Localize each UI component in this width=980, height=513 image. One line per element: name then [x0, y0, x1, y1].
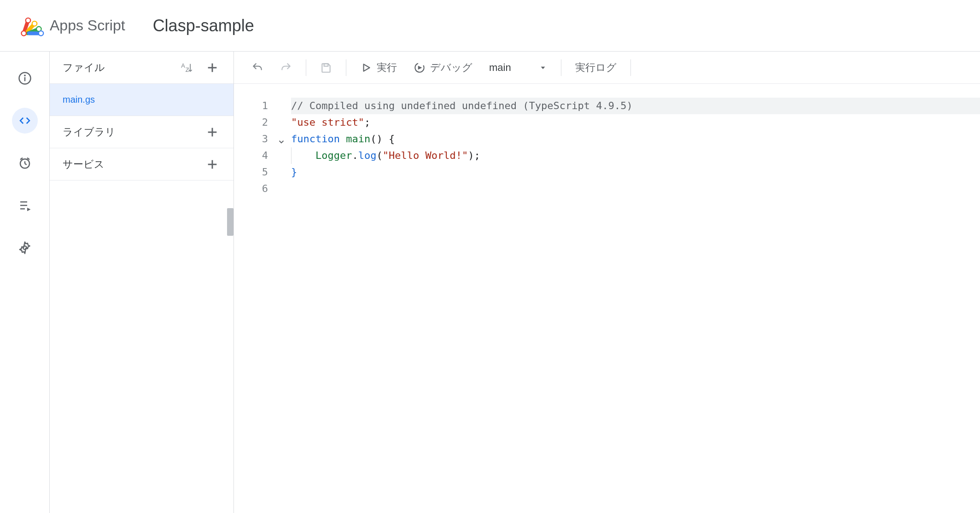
- add-service-button[interactable]: [204, 156, 221, 173]
- project-name[interactable]: Clasp-sample: [153, 16, 254, 35]
- nav-overview[interactable]: [12, 65, 38, 91]
- nav-settings[interactable]: [12, 235, 38, 261]
- svg-marker-29: [418, 65, 422, 70]
- line-number: 6: [234, 181, 275, 197]
- code-line: function main() {: [291, 131, 980, 147]
- sort-button[interactable]: AZ: [178, 59, 195, 76]
- files-section-header: ファイル AZ: [50, 52, 233, 84]
- editor-toolbar: 実行 デバッグ main 実行ログ: [234, 52, 980, 84]
- divider: [306, 59, 306, 76]
- apps-script-logo-icon: [18, 13, 44, 39]
- editor-area: 実行 デバッグ main 実行ログ 1 2 3 4: [234, 52, 980, 513]
- logo-area[interactable]: Apps Script: [18, 13, 125, 39]
- scrollbar-thumb[interactable]: [227, 208, 233, 236]
- nav-rail: [0, 52, 50, 513]
- save-button[interactable]: [314, 58, 338, 77]
- product-name: Apps Script: [50, 17, 125, 34]
- nav-executions[interactable]: [12, 192, 38, 218]
- fold-toggle[interactable]: [277, 134, 286, 151]
- info-icon: [18, 71, 32, 85]
- file-panel: ファイル AZ main.gs ライブラリ サービス: [50, 52, 234, 513]
- line-number: 4: [234, 147, 275, 164]
- add-file-button[interactable]: [204, 59, 221, 76]
- execution-log-button[interactable]: 実行ログ: [569, 57, 623, 78]
- log-label: 実行ログ: [575, 61, 617, 75]
- debug-label: デバッグ: [430, 61, 472, 75]
- svg-marker-30: [541, 66, 545, 69]
- nav-triggers[interactable]: [12, 150, 38, 176]
- svg-point-0: [21, 31, 26, 36]
- code-line: Logger.log("Hello World!");: [291, 147, 980, 164]
- function-selected: main: [489, 62, 511, 74]
- run-button[interactable]: 実行: [354, 57, 403, 78]
- plus-icon: [206, 61, 219, 74]
- code-icon: [18, 114, 32, 128]
- redo-button[interactable]: [274, 58, 298, 77]
- sort-az-icon: AZ: [180, 61, 193, 74]
- main-area: ファイル AZ main.gs ライブラリ サービス: [0, 52, 980, 513]
- divider: [561, 59, 561, 76]
- svg-point-1: [26, 18, 31, 23]
- file-name: main.gs: [63, 94, 95, 105]
- files-label: ファイル: [63, 61, 105, 75]
- code-line: }: [291, 164, 980, 181]
- divider: [346, 59, 346, 76]
- services-label: サービス: [63, 157, 105, 171]
- run-label: 実行: [377, 61, 397, 75]
- plus-icon: [206, 158, 219, 171]
- svg-marker-16: [27, 208, 31, 211]
- save-icon: [320, 62, 332, 74]
- debug-icon: [414, 62, 426, 74]
- play-icon: [360, 62, 372, 74]
- divider: [630, 59, 631, 76]
- code-line: "use strict";: [291, 114, 980, 131]
- code-line: [291, 181, 980, 197]
- redo-icon: [280, 62, 292, 74]
- line-number: 1: [234, 98, 275, 114]
- svg-point-2: [32, 21, 37, 26]
- line-number: 5: [234, 164, 275, 181]
- add-library-button[interactable]: [204, 124, 221, 140]
- nav-editor[interactable]: [12, 108, 38, 134]
- line-number: 3: [234, 131, 275, 147]
- svg-point-7: [24, 75, 26, 76]
- chevron-down-icon: [277, 138, 286, 146]
- services-section-header: サービス: [50, 148, 233, 181]
- function-selector[interactable]: main: [483, 58, 554, 77]
- files-actions: AZ: [178, 59, 221, 76]
- svg-text:Z: Z: [186, 66, 189, 73]
- code-editor[interactable]: 1 2 3 4 5 6 // Compiled using undefined …: [234, 84, 980, 513]
- libraries-label: ライブラリ: [63, 125, 116, 139]
- svg-text:A: A: [181, 62, 185, 69]
- svg-line-10: [25, 163, 27, 165]
- line-gutter: 1 2 3 4 5 6: [234, 98, 275, 513]
- gear-icon: [18, 241, 32, 255]
- executions-icon: [18, 198, 32, 212]
- libraries-section-header: ライブラリ: [50, 116, 233, 148]
- svg-point-4: [39, 31, 44, 36]
- svg-marker-27: [364, 64, 370, 71]
- code-line: // Compiled using undefined undefined (T…: [291, 98, 980, 114]
- plus-icon: [206, 126, 219, 139]
- debug-button[interactable]: デバッグ: [407, 57, 479, 78]
- app-header: Apps Script Clasp-sample: [0, 0, 980, 52]
- svg-rect-26: [324, 64, 328, 66]
- undo-button[interactable]: [245, 58, 270, 77]
- dropdown-icon: [539, 64, 547, 72]
- clock-icon: [18, 156, 32, 170]
- file-item-main[interactable]: main.gs: [50, 84, 233, 116]
- undo-icon: [251, 62, 263, 74]
- line-number: 2: [234, 114, 275, 131]
- code-content[interactable]: // Compiled using undefined undefined (T…: [275, 98, 980, 513]
